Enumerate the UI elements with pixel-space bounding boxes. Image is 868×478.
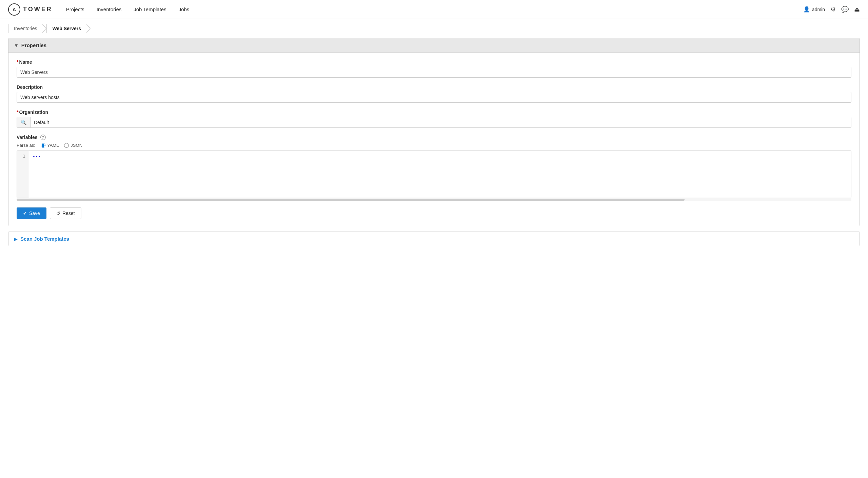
breadcrumb-separator — [42, 24, 46, 33]
json-radio-option[interactable]: JSON — [64, 143, 82, 148]
code-scrollbar[interactable] — [17, 198, 851, 201]
nav-user: 👤 admin — [803, 6, 825, 13]
nav-link-job-templates[interactable]: Job Templates — [134, 6, 166, 12]
brand-name: TOWER — [23, 6, 53, 13]
reset-label: Reset — [62, 211, 75, 216]
variables-field-group: Variables ? Parse as: YAML JSON — [17, 135, 851, 201]
organization-input-wrapper: 🔍 — [17, 117, 851, 128]
organization-label: *Organization — [17, 109, 851, 115]
username: admin — [812, 7, 825, 12]
code-content[interactable]: --- — [29, 151, 851, 198]
variables-content: --- — [33, 154, 40, 159]
nav-link-inventories[interactable]: Inventories — [97, 6, 121, 12]
breadcrumb-inventories[interactable]: Inventories — [8, 24, 43, 33]
variables-label: Variables — [17, 135, 38, 140]
code-scrollbar-thumb — [17, 199, 685, 201]
organization-required: * — [17, 109, 18, 115]
logout-icon[interactable]: ⏏ — [854, 6, 860, 13]
brand-letter: A — [13, 7, 16, 12]
yaml-radio[interactable] — [41, 143, 45, 148]
brand[interactable]: A TOWER — [8, 3, 53, 16]
yaml-radio-option[interactable]: YAML — [41, 143, 59, 148]
brand-logo: A — [8, 3, 20, 16]
navbar: A TOWER Projects Inventories Job Templat… — [0, 0, 868, 19]
properties-panel-body: *Name Description *Organization 🔍 — [8, 53, 860, 226]
name-input[interactable] — [17, 67, 851, 78]
settings-icon[interactable]: ⚙ — [830, 6, 836, 13]
breadcrumb-web-servers[interactable]: Web Servers — [46, 24, 87, 33]
description-input[interactable] — [17, 92, 851, 103]
parse-as-label: Parse as: — [17, 143, 35, 148]
collapse-icon: ▼ — [14, 43, 19, 48]
action-buttons: ✔ Save ↺ Reset — [17, 207, 851, 219]
organization-field-group: *Organization 🔍 — [17, 109, 851, 128]
nav-right: 👤 admin ⚙ 💬 ⏏ — [803, 6, 860, 13]
breadcrumb-separator-2 — [86, 24, 91, 33]
nav-links: Projects Inventories Job Templates Jobs — [66, 6, 803, 12]
scan-panel-title: Scan Job Templates — [20, 236, 69, 242]
user-icon: 👤 — [803, 6, 810, 13]
expand-icon: ▶ — [14, 236, 18, 242]
save-label: Save — [29, 211, 40, 216]
scan-panel-header[interactable]: ▶ Scan Job Templates — [8, 232, 860, 246]
json-label: JSON — [71, 143, 82, 148]
name-label: *Name — [17, 59, 851, 65]
line-number-1: 1 — [20, 154, 25, 159]
save-button[interactable]: ✔ Save — [17, 207, 46, 219]
reset-button[interactable]: ↺ Reset — [50, 207, 81, 219]
nav-link-jobs[interactable]: Jobs — [179, 6, 190, 12]
yaml-label: YAML — [47, 143, 59, 148]
nav-link-projects[interactable]: Projects — [66, 6, 84, 12]
properties-panel-title: Properties — [21, 42, 46, 48]
name-required: * — [17, 59, 18, 65]
parse-as-row: Parse as: YAML JSON — [17, 143, 851, 148]
line-numbers: 1 — [17, 151, 29, 198]
organization-search-button[interactable]: 🔍 — [17, 117, 31, 127]
search-icon: 🔍 — [21, 120, 26, 125]
properties-panel-header[interactable]: ▼ Properties — [8, 38, 860, 53]
organization-input[interactable] — [31, 117, 851, 127]
json-radio[interactable] — [64, 143, 69, 148]
scan-panel: ▶ Scan Job Templates — [8, 232, 860, 246]
breadcrumb: Inventories Web Servers — [0, 19, 868, 38]
reset-icon: ↺ — [56, 211, 60, 216]
main-content: ▼ Properties *Name Description *Organiza… — [0, 38, 868, 254]
description-field-group: Description — [17, 84, 851, 103]
properties-panel: ▼ Properties *Name Description *Organiza… — [8, 38, 860, 226]
name-field-group: *Name — [17, 59, 851, 78]
chat-icon[interactable]: 💬 — [841, 6, 849, 13]
save-icon: ✔ — [23, 211, 27, 216]
variables-editor: 1 --- — [17, 151, 851, 198]
variables-header: Variables ? — [17, 135, 851, 140]
description-label: Description — [17, 84, 851, 90]
variables-help-icon[interactable]: ? — [40, 135, 46, 140]
